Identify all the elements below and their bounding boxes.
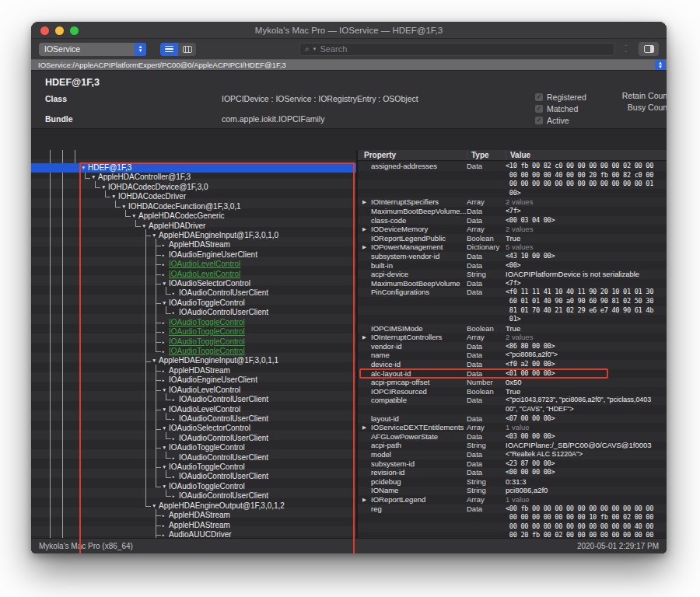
disclosure-triangle-icon[interactable]: ▼	[162, 482, 166, 491]
disclosure-triangle-icon[interactable]: ▶	[362, 243, 366, 252]
tree-row[interactable]: ▼IOAudioToggleControl	[31, 463, 356, 472]
disclosure-triangle-icon[interactable]: ▼	[131, 211, 136, 221]
table-row[interactable]: MaximumBootBeepVolumeData<7f>	[358, 279, 667, 288]
checkbox-matched[interactable]: ✓Matched	[535, 103, 586, 114]
disclosure-triangle-icon[interactable]: ▼	[162, 386, 166, 395]
tree-row[interactable]: ▼AppleHDAEngineInput@1F,3,0,1,0	[31, 231, 356, 240]
checkbox-registered[interactable]: ✓Registered	[535, 91, 586, 103]
tree-row[interactable]: ▼IOAudioLevelControl	[31, 405, 356, 414]
registry-tree-pane[interactable]: ▼HDEF@1F,3▼AppleHDAController@1F,3▼IOHDA…	[31, 150, 356, 553]
table-row[interactable]: nameData<"pci8086,a2f0">	[358, 351, 667, 360]
table-row[interactable]: IOPCIResourcedBooleanTrue	[358, 387, 667, 396]
table-row[interactable]: PinConfigurationsData<f0 11 11 41 10 40 …	[358, 288, 667, 323]
table-row[interactable]: AFGLowPowerStateData<03 00 00 00>	[358, 432, 667, 442]
table-row[interactable]: ▶IOInterruptControllersArray2 values	[358, 333, 667, 342]
table-row[interactable]: ▶IOReportLegendArray1 value	[358, 495, 667, 504]
property-pane[interactable]: Property Type Value assigned-addressesDa…	[358, 150, 667, 553]
table-row[interactable]: MaximumBootBeepVolume...Data<7f>	[358, 207, 667, 216]
tree-row[interactable]: ●IOAudioLevelControl	[31, 270, 356, 279]
close-button[interactable]	[40, 26, 49, 35]
tree-row[interactable]: ●IOAudioEngineUserClient	[31, 250, 356, 260]
tree-row[interactable]: ▼IOAudioLevelControl	[31, 386, 356, 395]
tree-row[interactable]: ▼IOAudioToggleControl	[31, 482, 356, 491]
table-row[interactable]: acpi-pathStringIOACPIPlane:/_SB/PC00@0/C…	[358, 441, 667, 450]
disclosure-triangle-icon[interactable]: ▼	[121, 202, 126, 211]
tree-row[interactable]: ●IOAudioToggleControl	[31, 337, 356, 347]
tree-row[interactable]: ▼IOAudioToggleControl	[31, 443, 356, 452]
tree-row[interactable]: ▼IOHDACodecFunction@1F,3,0,1	[31, 202, 356, 211]
table-row[interactable]: acpi-deviceStringIOACPIPlatformDevice is…	[358, 270, 667, 279]
disclosure-triangle-icon[interactable]: ▶	[362, 225, 366, 234]
table-row[interactable]: assigned-addressesData<10 fb 00 82 c0 00…	[358, 162, 667, 197]
table-row[interactable]: subsystem-idData<23 87 00 00>	[358, 459, 667, 469]
tree-row[interactable]: ▼AppleHDADriver	[31, 222, 356, 231]
disclosure-triangle-icon[interactable]: ▼	[152, 356, 156, 365]
toolbar-stepper-icon[interactable]: ⌃⌄	[624, 45, 628, 53]
tree-row[interactable]: ●IOAudioToggleControl	[31, 327, 356, 337]
disclosure-triangle-icon[interactable]: ▼	[162, 443, 166, 452]
table-row[interactable]: device-idData<f0 a2 00 00>	[358, 360, 667, 369]
table-row[interactable]: IOPCIMSIModeBooleanTrue	[358, 324, 667, 333]
column-header-type[interactable]: Type	[467, 150, 506, 160]
table-row[interactable]: ▶IOServiceDEXTEntitlementsArray1 value	[358, 423, 667, 432]
tree-row[interactable]: ●IOAudioControlUserClient	[31, 453, 356, 463]
column-view-button[interactable]	[178, 43, 196, 56]
disclosure-triangle-icon[interactable]: ▼	[101, 183, 106, 192]
tree-row[interactable]: ▼IOAudioSelectorControl	[31, 279, 356, 288]
table-row[interactable]: vendor-idData<86 80 00 00>	[358, 342, 667, 351]
tree-row[interactable]: ▼HDEF@1F,3	[31, 163, 356, 173]
disclosure-triangle-icon[interactable]: ▼	[162, 279, 166, 288]
tree-row[interactable]: ●IOAudioControlUserClient	[31, 434, 356, 443]
table-row[interactable]: built-inData<00>	[358, 261, 667, 271]
disclosure-triangle-icon[interactable]: ▶	[362, 197, 366, 207]
tree-row[interactable]: ▼AppleHDAEngineOutput@1F,3,0,1,2	[31, 501, 356, 511]
disclosure-triangle-icon[interactable]: ▼	[152, 231, 156, 240]
tree-row[interactable]: ●IOAudioControlUserClient	[31, 395, 356, 404]
checkbox-active[interactable]: ✓Active	[535, 114, 586, 126]
list-view-button[interactable]	[160, 43, 178, 56]
table-row[interactable]: pcidebugString0:31:3	[358, 477, 667, 487]
tree-row[interactable]: ▼AppleHDAController@1F,3	[31, 173, 356, 182]
search-field[interactable]: ⌕ ▼ Search	[299, 43, 614, 56]
disclosure-triangle-icon[interactable]: ▼	[162, 298, 166, 308]
tree-row[interactable]: ●IOAudioControlUserClient	[31, 491, 356, 501]
table-row[interactable]: compatibleData<"pci1043,8723", "pci8086,…	[358, 396, 667, 414]
tree-row[interactable]: ●IOAudioToggleControl	[31, 347, 356, 356]
title-bar[interactable]: Mykola's Mac Pro — IOService — HDEF@1F,3	[31, 22, 667, 39]
disclosure-triangle-icon[interactable]: ▼	[162, 405, 166, 414]
tree-row[interactable]: ▼IOAudioToggleControl	[31, 298, 356, 308]
tree-row[interactable]: ●IOAudioControlUserClient	[31, 472, 356, 481]
column-header-value[interactable]: Value	[506, 150, 667, 160]
tree-row[interactable]: ●AppleHDAStream	[31, 240, 356, 250]
table-row[interactable]: ▶IODeviceMemoryArray2 values	[358, 225, 667, 234]
plane-selector-dropdown[interactable]: IOService ▲▼	[39, 43, 146, 56]
table-row[interactable]: IONameStringpci8086,a2f0	[358, 486, 667, 495]
disclosure-triangle-icon[interactable]: ▼	[162, 424, 166, 433]
tree-row[interactable]: ●AppleHDAStream	[31, 366, 356, 375]
tree-row[interactable]: ●AppleHDAStream	[31, 521, 356, 530]
tree-row[interactable]: ▼IOHDACodecDevice@1F,3,0	[31, 183, 356, 192]
tree-row[interactable]: ●IOAudioControlUserClient	[31, 414, 356, 424]
tree-row[interactable]: ▼AppleHDACodecGeneric	[31, 211, 356, 221]
disclosure-triangle-icon[interactable]: ▼	[81, 163, 86, 173]
disclosure-triangle-icon[interactable]: ▼	[152, 501, 156, 511]
minimize-button[interactable]	[55, 26, 64, 35]
path-stepper-icon[interactable]: ▲▼	[655, 60, 666, 70]
table-row[interactable]: alc-layout-idData<01 00 00 00>	[358, 369, 667, 379]
table-row[interactable]: acpi-pmcap-offsetNumber0x50	[358, 378, 667, 387]
disclosure-triangle-icon[interactable]: ▶	[362, 423, 366, 432]
disclosure-triangle-icon[interactable]: ▼	[91, 173, 96, 182]
inspector-toggle-button[interactable]	[639, 42, 659, 56]
disclosure-triangle-icon[interactable]: ▼	[111, 192, 116, 201]
tree-row[interactable]: ●AppleHDAStream	[31, 511, 356, 520]
tree-row[interactable]: ▼IOAudioSelectorControl	[31, 424, 356, 433]
table-row[interactable]: ▶IOInterruptSpecifiersArray2 values	[358, 197, 667, 207]
tree-row[interactable]: ▼AppleHDAEngineInput@1F,3,0,1,1	[31, 356, 356, 365]
table-row[interactable]: layout-idData<07 00 00 00>	[358, 414, 667, 424]
table-row[interactable]: IOReportLegendPublicBooleanTrue	[358, 234, 667, 243]
tree-row[interactable]: ●IOAudioLevelControl	[31, 260, 356, 269]
disclosure-triangle-icon[interactable]: ▼	[162, 463, 166, 472]
disclosure-triangle-icon[interactable]: ▼	[142, 222, 146, 231]
table-row[interactable]: revision-idData<00 00 00 00>	[358, 468, 667, 477]
table-row[interactable]: ▶IOPowerManagementDictionary5 values	[358, 243, 667, 252]
